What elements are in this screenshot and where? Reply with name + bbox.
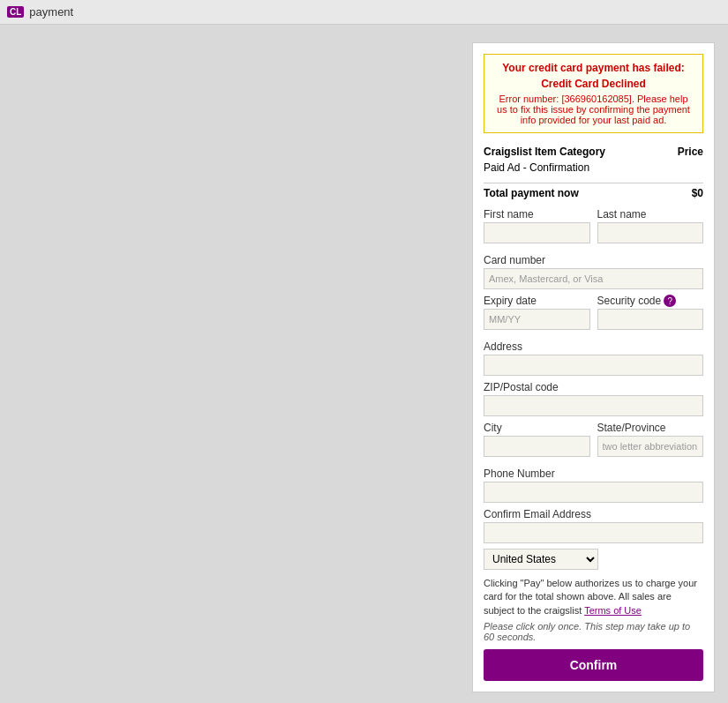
error-body: Error number: [366960162085]. Please hel… [493, 93, 694, 125]
expiry-security-row: Expiry date Security code ? [484, 295, 703, 335]
expiry-label: Expiry date [484, 295, 590, 307]
expiry-group: Expiry date [484, 295, 590, 330]
address-label: Address [484, 340, 703, 353]
first-name-input[interactable] [484, 222, 590, 243]
table-row: Paid Ad - Confirmation [484, 160, 703, 176]
city-input[interactable] [484, 436, 590, 457]
email-label: Confirm Email Address [484, 508, 703, 520]
security-help-icon[interactable]: ? [664, 295, 676, 307]
first-name-group: First name [484, 208, 590, 243]
name-row: First name Last name [484, 208, 703, 249]
site-logo: CL [7, 6, 24, 18]
item-price [664, 160, 703, 176]
email-input[interactable] [484, 522, 703, 543]
terms-link[interactable]: Terms of Use [584, 605, 642, 616]
first-name-label: First name [484, 208, 590, 221]
error-box: Your credit card payment has failed: Cre… [484, 54, 703, 133]
item-name: Paid Ad - Confirmation [484, 160, 664, 176]
card-number-group: Card number [484, 254, 703, 289]
error-subtitle: Credit Card Declined [493, 78, 694, 90]
item-table: Craigslist Item Category Price Paid Ad -… [484, 144, 703, 176]
address-input[interactable] [484, 355, 703, 376]
state-group: State/Province [597, 422, 704, 457]
last-name-group: Last name [597, 208, 704, 243]
security-code-input[interactable] [597, 309, 704, 330]
phone-label: Phone Number [484, 467, 703, 480]
payment-panel: Your credit card payment has failed: Cre… [472, 42, 715, 692]
card-number-label: Card number [484, 254, 703, 266]
page-title: payment [29, 5, 73, 19]
country-select[interactable]: United States [484, 549, 598, 570]
city-label: City [484, 422, 590, 434]
card-number-input[interactable] [484, 268, 703, 289]
last-name-input[interactable] [597, 222, 704, 243]
state-label: State/Province [597, 422, 704, 434]
expiry-input[interactable] [484, 309, 590, 330]
error-title: Your credit card payment has failed: [493, 62, 694, 74]
col-category: Craigslist Item Category [484, 144, 664, 160]
phone-group: Phone Number [484, 467, 703, 503]
state-input[interactable] [597, 436, 704, 457]
total-value: $0 [692, 187, 703, 199]
phone-input[interactable] [484, 482, 703, 503]
confirm-button[interactable]: Confirm [484, 649, 703, 681]
title-bar: CL payment [0, 0, 728, 25]
last-name-label: Last name [597, 208, 704, 221]
zip-group: ZIP/Postal code [484, 381, 703, 416]
auth-text: Clicking "Pay" below authorizes us to ch… [484, 577, 703, 617]
security-label: Security code ? [597, 295, 704, 307]
slow-text: Please click only once. This step may ta… [484, 621, 703, 642]
country-group: United States [484, 549, 703, 570]
col-price: Price [664, 144, 703, 160]
total-row: Total payment now $0 [484, 183, 703, 199]
zip-label: ZIP/Postal code [484, 381, 703, 393]
city-state-row: City State/Province [484, 422, 703, 462]
security-group: Security code ? [597, 295, 704, 330]
total-label: Total payment now [484, 187, 579, 199]
zip-input[interactable] [484, 395, 703, 416]
address-group: Address [484, 340, 703, 376]
city-group: City [484, 422, 590, 457]
email-group: Confirm Email Address [484, 508, 703, 543]
